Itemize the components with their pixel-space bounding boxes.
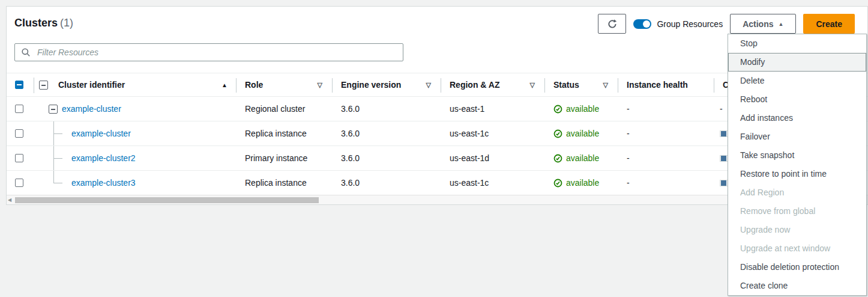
engine-cell: 3.6.0: [332, 121, 441, 145]
column-filter-icon[interactable]: ▽: [530, 81, 535, 89]
group-resources-toggle[interactable]: [633, 19, 651, 29]
menu-item-take-snapshot[interactable]: Take snapshot: [728, 146, 866, 165]
actions-button-label: Actions: [743, 19, 773, 29]
instance-link[interactable]: example-cluster2: [71, 153, 136, 163]
status-available-icon: [553, 179, 562, 188]
menu-item-upgrade-at-next-window: Upgrade at next window: [728, 239, 866, 258]
engine-cell: 3.6.0: [332, 97, 441, 121]
engine-cell: 3.6.0: [332, 146, 441, 170]
column-header-role[interactable]: Role ▽: [236, 73, 332, 96]
cluster-cell: example-cluster3: [34, 171, 236, 195]
row-checkbox[interactable]: [15, 105, 23, 113]
cluster-cell: example-cluster: [34, 121, 236, 145]
collapse-row-button[interactable]: [49, 105, 58, 114]
filter-resources-input[interactable]: [36, 44, 403, 61]
region-cell: us-east-1c: [441, 171, 544, 195]
page-title-text: Clusters: [14, 17, 58, 29]
status-available-icon: [553, 154, 562, 163]
cluster-count: (1): [60, 17, 73, 29]
group-resources-control: Group Resources: [633, 19, 723, 29]
row-select-cell: [7, 146, 34, 170]
cluster-cell: example-cluster2: [34, 146, 236, 170]
status-text: available: [566, 178, 599, 188]
status-text: available: [566, 129, 599, 138]
instance-health-cell: -: [618, 171, 714, 195]
menu-item-reboot[interactable]: Reboot: [728, 90, 866, 109]
tree-connector: [53, 158, 62, 159]
role-cell: Replica instance: [236, 171, 332, 195]
column-header-cluster[interactable]: Cluster identifier ▲: [52, 73, 236, 96]
column-filter-icon[interactable]: ▽: [603, 81, 608, 89]
status-available-icon: [553, 105, 562, 114]
menu-item-failover[interactable]: Failover: [728, 127, 866, 146]
menu-item-add-instances[interactable]: Add instances: [728, 109, 866, 127]
group-resources-label: Group Resources: [657, 19, 723, 29]
row-select-cell: [7, 97, 34, 121]
sort-ascending-icon[interactable]: ▲: [222, 82, 228, 88]
status-text: available: [566, 104, 599, 114]
column-header-engine-label: Engine version: [341, 80, 401, 90]
column-filter-icon[interactable]: ▽: [318, 81, 322, 89]
refresh-button[interactable]: [598, 14, 626, 34]
chevron-up-icon: ▲: [778, 21, 783, 27]
status-text: available: [566, 153, 599, 163]
region-cell: us-east-1d: [441, 146, 544, 170]
row-checkbox[interactable]: [15, 154, 23, 162]
engine-cell: 3.6.0: [332, 171, 441, 195]
menu-item-create-clone[interactable]: Create clone: [728, 277, 866, 295]
region-cell: us-east-1c: [441, 121, 544, 145]
region-cell: us-east-1: [441, 97, 544, 121]
menu-item-stop[interactable]: Stop: [728, 34, 866, 53]
filter-resources-box: [14, 43, 403, 61]
column-header-region[interactable]: Region & AZ ▽: [441, 73, 544, 96]
toolbar: Group Resources Actions ▲ Create: [598, 14, 855, 34]
status-cell: available: [544, 146, 618, 170]
search-icon: [21, 47, 31, 57]
menu-item-add-region: Add Region: [728, 183, 866, 202]
column-header-role-label: Role: [245, 80, 263, 90]
select-all-checkbox[interactable]: [15, 81, 23, 89]
instance-link[interactable]: example-cluster: [71, 129, 131, 138]
column-header-engine[interactable]: Engine version ▽: [332, 73, 441, 96]
tree-connector: [53, 183, 62, 183]
row-select-cell: [7, 171, 34, 195]
instance-link[interactable]: example-cluster3: [71, 178, 136, 188]
menu-item-disable-deletion-protection[interactable]: Disable deletion protection: [728, 258, 866, 277]
role-cell: Replica instance: [236, 121, 332, 145]
column-header-cluster-label: Cluster identifier: [58, 80, 125, 90]
tree-connector: [53, 171, 54, 183]
collapse-all-cell: [34, 73, 52, 96]
status-available-icon: [553, 129, 562, 138]
menu-item-restore-to-point-in-time[interactable]: Restore to point in time: [728, 165, 866, 183]
row-checkbox[interactable]: [15, 129, 23, 138]
cluster-cell: example-cluster: [34, 97, 236, 121]
column-filter-icon[interactable]: ▽: [426, 81, 431, 89]
tree-connector: [53, 133, 62, 134]
menu-item-delete[interactable]: Delete: [728, 72, 866, 90]
menu-item-upgrade-now: Upgrade now: [728, 221, 866, 239]
column-header-status[interactable]: Status ▽: [544, 73, 618, 96]
status-cell: available: [544, 97, 618, 121]
collapse-all-button[interactable]: [39, 81, 48, 90]
create-button[interactable]: Create: [803, 14, 855, 34]
refresh-icon: [607, 19, 618, 29]
cluster-link[interactable]: example-cluster: [62, 104, 121, 114]
instance-health-cell: -: [618, 121, 714, 145]
column-header-health-label: Instance health: [627, 80, 688, 90]
role-cell: Primary instance: [236, 146, 332, 170]
instance-health-cell: -: [618, 97, 714, 121]
scroll-left-icon[interactable]: ◀: [8, 197, 11, 203]
menu-item-modify[interactable]: Modify: [728, 53, 866, 72]
row-checkbox[interactable]: [15, 179, 23, 187]
instance-health-cell: -: [618, 146, 714, 170]
page-title: Clusters(1): [14, 17, 73, 29]
status-cell: available: [544, 171, 618, 195]
select-all-cell: [7, 73, 34, 96]
create-button-label: Create: [816, 19, 842, 29]
column-header-health[interactable]: Instance health: [618, 73, 714, 96]
status-cell: available: [544, 121, 618, 145]
scrollbar-thumb[interactable]: [15, 197, 319, 203]
column-header-region-label: Region & AZ: [450, 80, 499, 90]
actions-button[interactable]: Actions ▲: [730, 14, 796, 34]
column-header-status-label: Status: [553, 80, 579, 90]
